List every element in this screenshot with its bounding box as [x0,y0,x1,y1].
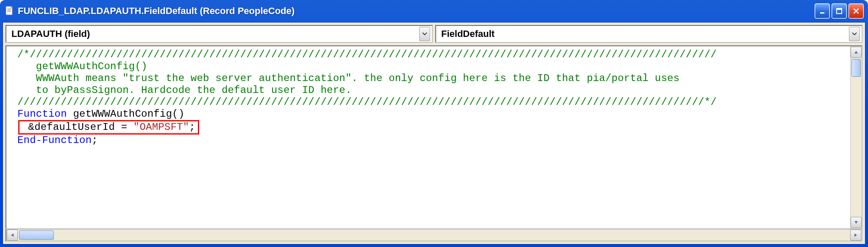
horizontal-scrollbar[interactable] [6,229,862,241]
assign-lhs: &defaultUserId [22,121,115,133]
assign-eq: = [115,121,134,133]
window-title: FUNCLIB_LDAP.LDAPAUTH.FieldDefault (Reco… [18,6,815,17]
scroll-thumb[interactable] [851,59,861,77]
scroll-thumb[interactable] [19,230,54,240]
comment-line: to byPassSignon. Hardcode the default us… [17,84,849,96]
scroll-up-arrow-icon[interactable] [851,47,862,58]
code-editor-wrap: /*//////////////////////////////////////… [6,45,862,241]
highlight-box: &defaultUserId = "OAMPSFT"; [18,120,199,135]
keyword-endfunction: End-Function [17,135,92,146]
svg-rect-4 [820,12,824,14]
close-button[interactable] [849,3,864,19]
event-selector-label: FieldDefault [441,28,849,39]
scroll-down-arrow-icon[interactable] [851,217,862,228]
scroll-left-arrow-icon[interactable] [7,230,18,241]
code-editor-window: FUNCLIB_LDAP.LDAPAUTH.FieldDefault (Reco… [0,0,868,247]
semicolon: ; [189,121,195,133]
string-literal: "OAMPSFT" [134,121,189,133]
code-editor[interactable]: /*//////////////////////////////////////… [6,45,862,229]
app-icon [4,6,14,16]
code-line: Function getWWWAuthConfig() [17,108,849,120]
event-selector[interactable]: FieldDefault [435,25,862,43]
code-content[interactable]: /*//////////////////////////////////////… [9,46,851,228]
minimize-button[interactable] [815,3,830,19]
comment-line: getWWWAuthConfig() [17,61,849,73]
chevron-down-icon[interactable] [849,27,860,41]
vertical-scrollbar[interactable] [850,46,862,228]
svg-rect-6 [837,8,842,10]
keyword-function: Function [17,108,67,120]
selector-row: LDAPAUTH (field) FieldDefault [3,22,865,45]
code-line: End-Function; [17,135,849,146]
chevron-down-icon[interactable] [419,27,430,41]
comment-line: WWWAuth means "trust the web server auth… [17,73,849,84]
field-selector[interactable]: LDAPAUTH (field) [6,25,433,43]
window-buttons [815,3,864,19]
client-area: LDAPAUTH (field) FieldDefault /*////////… [3,22,865,244]
comment-line: /*//////////////////////////////////////… [17,49,849,61]
semicolon: ; [92,135,98,146]
func-decl: getWWWAuthConfig() [67,108,184,120]
code-line-highlighted: &defaultUserId = "OAMPSFT"; [17,120,849,135]
titlebar[interactable]: FUNCLIB_LDAP.LDAPAUTH.FieldDefault (Reco… [3,3,865,22]
scroll-right-arrow-icon[interactable] [850,230,861,241]
field-selector-label: LDAPAUTH (field) [11,28,419,39]
comment-line: ////////////////////////////////////////… [17,96,849,108]
maximize-button[interactable] [832,3,847,19]
